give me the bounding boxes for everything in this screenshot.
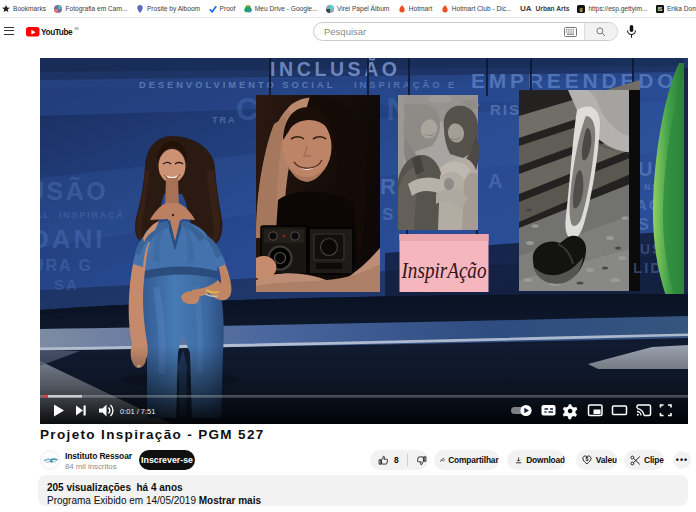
svg-text:$: $ [586,456,589,462]
svg-text:INCLUSÃO: INCLUSÃO [270,58,401,80]
svg-text:IS: IS [658,7,663,12]
svg-text:BR: BR [75,27,80,31]
svg-text:SA: SA [54,276,79,293]
svg-text:EMPREENDEDO: EMPREENDEDO [471,69,677,92]
svg-text:A: A [488,170,502,192]
svg-text:RIS: RIS [490,101,521,118]
svg-text:YouTube: YouTube [41,28,73,37]
svg-text:URA G: URA G [40,257,93,274]
svg-text:AL INSPIRAÇÃ: AL INSPIRAÇÃ [40,209,125,220]
svg-text:DESENVOLVIMENTO SOCIAL: DESENVOLVIMENTO SOCIAL [139,80,335,90]
svg-text:DANI: DANI [40,224,106,254]
svg-text:g: g [580,6,583,12]
svg-text:InspirAção: InspirAção [401,257,487,283]
svg-text:USÃO: USÃO [40,176,108,205]
svg-text:S: S [382,205,393,224]
svg-text:R: R [380,174,396,199]
svg-text:0:01 / 7:51: 0:01 / 7:51 [120,407,155,416]
svg-text:INSPIRAÇÃO E: INSPIRAÇÃO E [354,80,457,90]
svg-text:TRA: TRA [212,115,237,125]
